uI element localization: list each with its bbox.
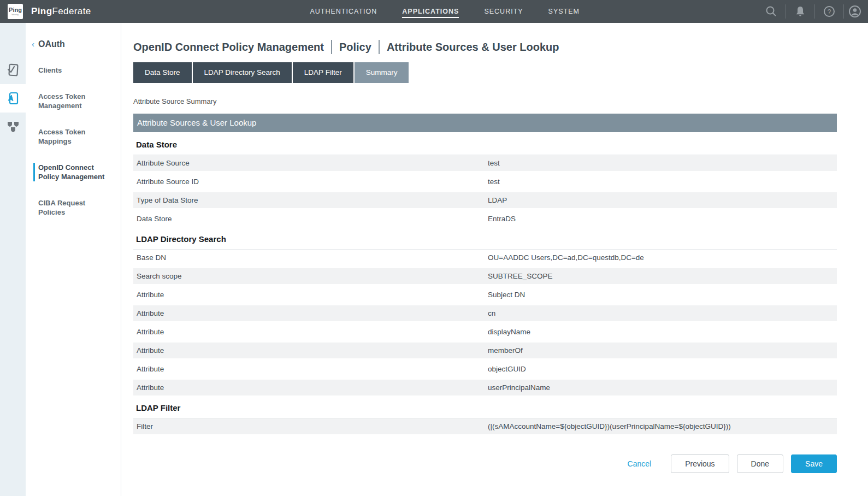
sidebar-back-label: OAuth bbox=[38, 39, 65, 49]
section-title: LDAP Directory Search bbox=[136, 234, 837, 244]
ping-identity-logo[interactable]: Ping Identity. bbox=[8, 4, 23, 19]
row-value: LDAP bbox=[488, 196, 837, 204]
summary-row: AttributememberOf bbox=[133, 343, 837, 358]
summary-row: Data StoreEntraDS bbox=[133, 211, 837, 227]
breadcrumb-segment: Attribute Sources & User Lookup bbox=[387, 41, 559, 54]
row-label: Attribute Source bbox=[133, 159, 488, 167]
notifications-icon[interactable] bbox=[786, 0, 814, 23]
row-label: Attribute Source ID bbox=[133, 178, 488, 186]
row-value: test bbox=[488, 178, 837, 186]
row-value: memberOf bbox=[488, 346, 837, 355]
svg-text:?: ? bbox=[828, 8, 831, 16]
module-clients-icon[interactable] bbox=[0, 56, 26, 84]
row-value: SUBTREE_SCOPE bbox=[488, 272, 837, 280]
row-value: Subject DN bbox=[488, 291, 837, 299]
top-nav-system[interactable]: SYSTEM bbox=[548, 5, 580, 18]
top-nav-security[interactable]: SECURITY bbox=[484, 5, 523, 18]
row-label: Data Store bbox=[133, 215, 488, 223]
top-nav-authentication[interactable]: AUTHENTICATION bbox=[310, 5, 377, 18]
summary-row: AttributeSubject DN bbox=[133, 287, 837, 303]
sidebar-item-clients[interactable]: Clients bbox=[26, 66, 121, 75]
top-nav-applications[interactable]: APPLICATIONS bbox=[402, 5, 459, 18]
row-label: Base DN bbox=[133, 253, 488, 262]
sidebar-item-openid-connect-policy-management[interactable]: OpenID Connect Policy Management bbox=[33, 163, 121, 181]
row-label: Type of Data Store bbox=[133, 196, 488, 204]
module-icon-strip bbox=[0, 23, 26, 496]
section-rows: Attribute SourcetestAttribute Source IDt… bbox=[133, 155, 837, 227]
sidebar-back-oauth[interactable]: ‹OAuth bbox=[26, 39, 121, 49]
wizard-tabs: Data StoreLDAP Directory SearchLDAP Filt… bbox=[133, 62, 868, 83]
row-value: OU=AADDC Users,DC=ad,DC=questdb,DC=de bbox=[488, 253, 837, 262]
summary-row: Base DNOU=AADDC Users,DC=ad,DC=questdb,D… bbox=[133, 250, 837, 265]
row-value: cn bbox=[488, 309, 837, 317]
row-value: EntraDS bbox=[488, 215, 837, 223]
summary-section: LDAP Directory SearchBase DNOU=AADDC Use… bbox=[133, 234, 837, 395]
topbar-icon-group: ? bbox=[757, 0, 868, 23]
module-policies-icon[interactable] bbox=[0, 113, 26, 141]
summary-table-header: Attribute Sources & User Lookup bbox=[133, 114, 837, 132]
content: OpenID Connect Policy ManagementPolicyAt… bbox=[121, 23, 868, 496]
tab-summary[interactable]: Summary bbox=[355, 62, 409, 83]
cancel-button[interactable]: Cancel bbox=[628, 459, 652, 468]
section-rows: Filter(|(sAMAccountName=${objectGUID})(u… bbox=[133, 418, 837, 434]
section-title: Data Store bbox=[136, 140, 837, 149]
action-bar: Cancel Previous Done Save bbox=[133, 454, 837, 473]
breadcrumb-separator bbox=[331, 40, 332, 54]
row-label: Attribute bbox=[133, 365, 488, 373]
row-label: Attribute bbox=[133, 291, 488, 299]
sidebar: ‹OAuth ClientsAccess Token ManagementAcc… bbox=[26, 23, 121, 496]
save-button[interactable]: Save bbox=[791, 454, 837, 473]
logo-subtext: Identity. bbox=[11, 13, 19, 16]
search-icon[interactable] bbox=[757, 0, 786, 23]
help-icon[interactable]: ? bbox=[815, 0, 843, 23]
row-label: Attribute bbox=[133, 309, 488, 317]
breadcrumb-segment: OpenID Connect Policy Management bbox=[133, 41, 324, 54]
summary-row: Attributecn bbox=[133, 305, 837, 321]
row-label: Attribute bbox=[133, 383, 488, 392]
row-label: Filter bbox=[133, 422, 488, 430]
tab-ldap-filter[interactable]: LDAP Filter bbox=[293, 62, 353, 83]
breadcrumb-separator bbox=[379, 40, 380, 54]
done-button[interactable]: Done bbox=[737, 454, 783, 473]
tab-ldap-directory-search[interactable]: LDAP Directory Search bbox=[193, 62, 292, 83]
sidebar-nav: ClientsAccess Token ManagementAccess Tok… bbox=[26, 66, 121, 217]
row-value: displayName bbox=[488, 328, 837, 336]
topbar: Ping Identity. PingFederate AUTHENTICATI… bbox=[0, 0, 868, 23]
row-label: Search scope bbox=[133, 272, 488, 280]
main-layout: ‹OAuth ClientsAccess Token ManagementAcc… bbox=[0, 23, 868, 496]
row-value: objectGUID bbox=[488, 365, 837, 373]
top-nav: AUTHENTICATIONAPPLICATIONSSECURITYSYSTEM bbox=[310, 0, 580, 23]
summary-row: Filter(|(sAMAccountName=${objectGUID})(u… bbox=[133, 418, 837, 434]
summary-section: LDAP FilterFilter(|(sAMAccountName=${obj… bbox=[133, 403, 837, 434]
breadcrumb-segment: Policy bbox=[339, 41, 371, 54]
row-value: (|(sAMAccountName=${objectGUID})(userPri… bbox=[488, 422, 837, 430]
previous-button[interactable]: Previous bbox=[671, 454, 729, 473]
sidebar-item-ciba-request-policies[interactable]: CIBA Request Policies bbox=[26, 198, 121, 217]
section-title: LDAP Filter bbox=[136, 403, 837, 412]
row-value: userPrincipalName bbox=[488, 383, 837, 392]
chevron-left-icon: ‹ bbox=[32, 39, 34, 49]
sidebar-item-access-token-mappings[interactable]: Access Token Mappings bbox=[26, 127, 121, 146]
summary-row: Attribute Sourcetest bbox=[133, 155, 837, 171]
summary-section: Data StoreAttribute SourcetestAttribute … bbox=[133, 140, 837, 227]
sidebar-item-access-token-management[interactable]: Access Token Management bbox=[26, 92, 121, 110]
summary-row: AttributeobjectGUID bbox=[133, 361, 837, 377]
summary-row: Type of Data StoreLDAP bbox=[133, 192, 837, 208]
row-label: Attribute bbox=[133, 346, 488, 355]
module-oauth-icon[interactable] bbox=[0, 84, 26, 113]
summary-sections: Data StoreAttribute SourcetestAttribute … bbox=[133, 140, 837, 434]
tab-data-store[interactable]: Data Store bbox=[133, 62, 192, 83]
summary-row: AttributeuserPrincipalName bbox=[133, 380, 837, 395]
user-icon[interactable] bbox=[844, 0, 868, 23]
summary-row: AttributedisplayName bbox=[133, 324, 837, 340]
row-label: Attribute bbox=[133, 328, 488, 336]
summary-table: Attribute Sources & User Lookup Data Sto… bbox=[133, 114, 837, 434]
logo-text: Ping bbox=[9, 7, 22, 13]
page-title: OpenID Connect Policy ManagementPolicyAt… bbox=[133, 40, 868, 54]
summary-row: Search scopeSUBTREE_SCOPE bbox=[133, 268, 837, 284]
app-title: PingFederate bbox=[31, 6, 91, 17]
row-value: test bbox=[488, 159, 837, 167]
summary-row: Attribute Source IDtest bbox=[133, 174, 837, 190]
page-subtitle: Attribute Source Summary bbox=[133, 97, 868, 105]
section-rows: Base DNOU=AADDC Users,DC=ad,DC=questdb,D… bbox=[133, 249, 837, 395]
